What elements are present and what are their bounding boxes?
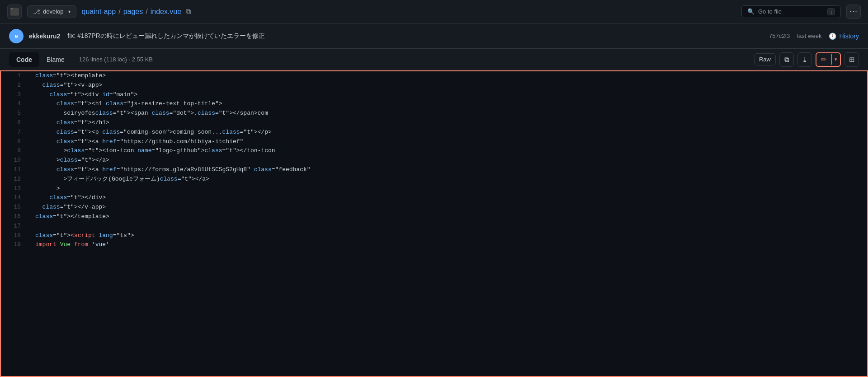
table-row: 1class="t"><template> [1, 71, 867, 81]
toolbar-right: Raw ⧉ ⤓ ✏ ▾ ⊞ [754, 52, 859, 67]
tab-code[interactable]: Code [9, 52, 39, 67]
line-code: class="t"></h1> [28, 118, 867, 128]
search-placeholder-text: Go to file [758, 8, 782, 15]
nav-right: 🔍 Go to file t ··· [741, 5, 861, 19]
copy-icon: ⧉ [784, 56, 789, 64]
file-name[interactable]: index.vue [151, 8, 182, 16]
edit-icon: ✏ [821, 56, 827, 64]
line-number: 19 [1, 240, 28, 250]
chevron-down-icon: ▾ [835, 56, 837, 62]
table-row: 4 class="t"><h1 class="js-resize-text to… [1, 99, 867, 109]
raw-button[interactable]: Raw [754, 53, 776, 65]
edit-dropdown-button[interactable]: ▾ [831, 54, 840, 65]
copy-raw-button[interactable]: ⧉ [779, 52, 794, 67]
line-code: class="t"><p class="coming-soon">coming … [28, 128, 867, 137]
line-code: class="t"></v-app> [28, 203, 867, 212]
commit-hash[interactable]: 757c2f3 [769, 33, 790, 39]
branch-name: develop [43, 8, 64, 15]
line-number: 2 [1, 81, 28, 90]
history-button[interactable]: 🕐 History [829, 33, 859, 40]
table-row: 2 class="t"><v-app> [1, 81, 867, 90]
table-row: 16class="t"></template> [1, 212, 867, 222]
line-number: 8 [1, 137, 28, 147]
line-number: 17 [1, 222, 28, 231]
line-code: class="t"><div id="main"> [28, 90, 867, 100]
repo-link[interactable]: quaint-app [82, 8, 116, 16]
edit-button[interactable]: ✏ [816, 53, 831, 66]
line-code: class="t"></template> [28, 212, 867, 222]
line-code: class="t"></div> [28, 193, 867, 203]
edit-button-group: ✏ ▾ [816, 52, 841, 67]
line-number: 1 [1, 71, 28, 81]
download-button[interactable]: ⤓ [797, 52, 812, 67]
line-code: class="t"><a href="https://forms.gle/aRv… [28, 165, 867, 175]
table-row: 18class="t"><script lang="ts"> [1, 231, 867, 241]
table-row: 15 class="t"></v-app> [1, 203, 867, 212]
history-label: History [839, 33, 859, 40]
commit-author[interactable]: ekkekuru2 [29, 33, 60, 40]
code-table: 1class="t"><template>2 class="t"><v-app>… [1, 71, 867, 250]
line-number: 4 [1, 99, 28, 109]
download-icon: ⤓ [802, 56, 808, 64]
table-row: 8 class="t"><a href="https://github.com/… [1, 137, 867, 147]
line-number: 11 [1, 165, 28, 175]
sidebar-toggle-button[interactable]: ⬛ [7, 5, 22, 19]
table-row: 14 class="t"></div> [1, 193, 867, 203]
search-icon: 🔍 [747, 8, 755, 15]
copy-path-button[interactable]: ⧉ [184, 6, 193, 18]
branch-icon: ⎇ [33, 8, 40, 15]
line-number: 13 [1, 184, 28, 194]
table-row: 19import Vue from 'vue' [1, 240, 867, 250]
line-number: 12 [1, 175, 28, 184]
commit-time: last week [797, 33, 821, 39]
search-kbd: t [827, 8, 835, 15]
table-row: 12 >フィードバック(Googleフォーム)class="t"></a> [1, 175, 867, 184]
line-code: > [28, 184, 867, 194]
table-row: 7 class="t"><p class="coming-soon">comin… [1, 128, 867, 137]
branch-dropdown-icon: ▾ [68, 9, 71, 14]
line-number: 5 [1, 109, 28, 118]
avatar: e [9, 29, 24, 43]
table-row: 11 class="t"><a href="https://forms.gle/… [1, 165, 867, 175]
line-code: >フィードバック(Googleフォーム)class="t"></a> [28, 175, 867, 184]
table-row: 10 >class="t"></a> [1, 156, 867, 165]
copy-path-icon: ⧉ [186, 8, 191, 15]
separator-1: / [118, 8, 120, 16]
table-row: 13 > [1, 184, 867, 194]
line-number: 16 [1, 212, 28, 222]
line-number: 3 [1, 90, 28, 100]
line-number: 9 [1, 146, 28, 156]
table-row: 3 class="t"><div id="main"> [1, 90, 867, 100]
search-box[interactable]: 🔍 Go to file t [741, 5, 841, 18]
line-code: class="t"><a href="https://github.com/hi… [28, 137, 867, 147]
line-number: 15 [1, 203, 28, 212]
more-options-button[interactable]: ··· [846, 5, 861, 19]
file-toolbar: Code Blame 126 lines (118 loc) · 2.55 KB… [0, 49, 868, 70]
line-number: 14 [1, 193, 28, 203]
table-row: 6 class="t"></h1> [1, 118, 867, 128]
more-icon: ··· [849, 7, 858, 16]
table-row: 17 [1, 222, 867, 231]
clock-icon: 🕐 [829, 33, 836, 40]
folder-link[interactable]: pages [123, 8, 143, 16]
tab-blame[interactable]: Blame [39, 52, 72, 67]
line-code: >class="t"></a> [28, 156, 867, 165]
line-number: 18 [1, 231, 28, 241]
table-row: 9 >class="t"><ion-icon name="logo-github… [1, 146, 867, 156]
line-code: class="t"><template> [28, 71, 867, 81]
file-meta: 126 lines (118 loc) · 2.55 KB [79, 56, 153, 63]
line-number: 10 [1, 156, 28, 165]
top-navigation: ⬛ ⎇ develop ▾ quaint-app / pages / index… [0, 0, 868, 23]
branch-selector[interactable]: ⎇ develop ▾ [27, 5, 76, 18]
code-area[interactable]: 1class="t"><template>2 class="t"><v-app>… [0, 70, 868, 377]
symbols-button[interactable]: ⊞ [844, 52, 859, 67]
line-code: import Vue from 'vue' [28, 240, 867, 250]
symbols-icon: ⊞ [849, 56, 855, 64]
commit-message: fix: #187PRの時にレビュー漏れしたカンマが抜けていたエラーを修正 [67, 32, 264, 40]
separator-2: / [146, 8, 147, 16]
commit-bar: e ekkekuru2 fix: #187PRの時にレビュー漏れしたカンマが抜け… [0, 23, 868, 49]
line-code: >class="t"><ion-icon name="logo-github">… [28, 146, 867, 156]
line-code: class="t"><h1 class="js-resize-text top-… [28, 99, 867, 109]
line-code: seiryofesclass="t"><span class="dot">.cl… [28, 109, 867, 118]
line-code [28, 222, 867, 231]
